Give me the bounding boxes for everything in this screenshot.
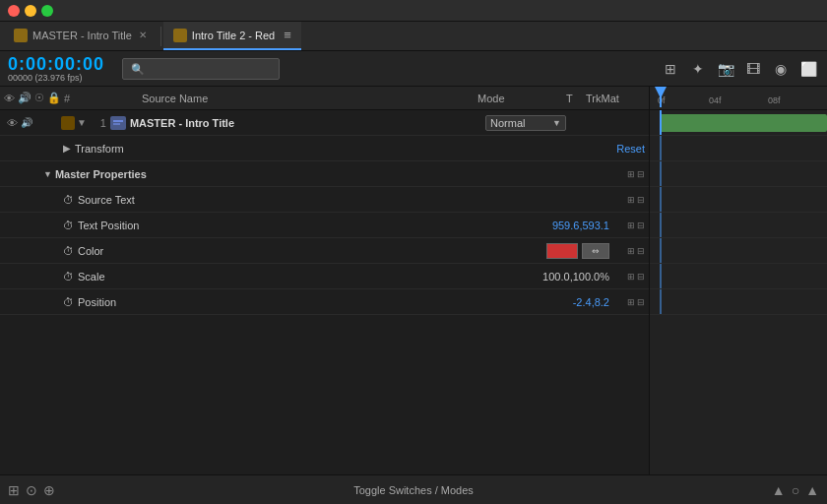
position-icon-2[interactable]: ⊟ [637, 297, 645, 307]
master-props-expand-icon[interactable]: ▼ [43, 169, 52, 179]
playhead-line [660, 87, 662, 107]
comp-icon-2 [173, 29, 187, 42]
playhead-track-line-3 [660, 161, 662, 186]
text-position-value[interactable]: 959.6,593.1 [552, 220, 609, 231]
timecode-display[interactable]: 0:00:00:00 [8, 54, 116, 75]
timeline-track-position [650, 289, 827, 315]
layer-visibility-icon[interactable]: 👁 [4, 115, 20, 131]
playhead-track-line [660, 110, 662, 135]
position-row: ⏱ Position -2.4,8.2 ⊞ ⊟ [0, 289, 649, 315]
settings-icon[interactable]: ⊕ [43, 482, 55, 498]
tab-menu-icon[interactable]: ≡ [284, 28, 291, 42]
layer-expand-arrow[interactable]: ▼ [77, 117, 87, 128]
position-icon-1[interactable]: ⊞ [627, 297, 635, 307]
color-value-group: ⇔ [546, 243, 609, 259]
text-position-stopwatch-icon[interactable]: ⏱ [63, 220, 74, 231]
scale-side-icons: ⊞ ⊟ [609, 272, 645, 282]
status-arrow-up-icon[interactable]: ▲ [772, 482, 786, 498]
master-properties-header: ▼ Master Properties ⊞ ⊟ [0, 161, 649, 187]
svg-rect-2 [113, 123, 120, 125]
text-position-icon-2[interactable]: ⊟ [637, 220, 645, 230]
expand-icon[interactable]: ⊞ [660, 58, 681, 80]
scale-stopwatch-icon[interactable]: ⏱ [63, 271, 74, 283]
crop-icon[interactable]: ⬜ [797, 58, 819, 80]
film-icon[interactable]: 🎞 [742, 58, 764, 80]
transform-label: Transform [75, 143, 608, 155]
scale-icon-1[interactable]: ⊞ [627, 272, 635, 282]
source-text-row: ⏱ Source Text ⊞ ⊟ [0, 187, 649, 213]
camera-icon[interactable]: 📷 [715, 58, 736, 80]
trkmat-header: TrkMat [586, 93, 645, 104]
toggle-switches-text[interactable]: Toggle Switches / Modes [353, 484, 474, 496]
color-label: Color [78, 245, 546, 257]
traffic-lights [8, 5, 53, 17]
box-3d-icon[interactable]: ✦ [687, 58, 709, 80]
search-input[interactable] [122, 58, 280, 80]
position-value[interactable]: -2.4,8.2 [573, 296, 609, 308]
source-text-icon-1[interactable]: ⊞ [627, 195, 635, 205]
master-props-icon-1[interactable]: ⊞ [627, 169, 635, 179]
timeline-track-scale [650, 264, 827, 289]
master-props-side-icons: ⊞ ⊟ [609, 169, 645, 179]
playhead-track-line-6 [660, 238, 662, 263]
render-icon[interactable]: ⊙ [26, 482, 37, 498]
position-label: Position [78, 296, 573, 308]
text-position-icon-1[interactable]: ⊞ [627, 220, 635, 230]
col-icon-group: 👁 🔊 ☉ 🔒 # [4, 92, 142, 104]
transform-expand-icon[interactable]: ▶ [63, 143, 71, 154]
status-bar: ⊞ ⊙ ⊕ Toggle Switches / Modes ▲ ○ ▲ [0, 474, 827, 504]
timeline-track-transform [650, 136, 827, 161]
timeline-track-master-props [650, 161, 827, 187]
timeline-track-source-text [650, 187, 827, 213]
text-position-side-icons: ⊞ ⊟ [609, 220, 645, 230]
scale-icon-2[interactable]: ⊟ [637, 272, 645, 282]
status-circle-icon[interactable]: ○ [792, 482, 799, 498]
minimize-button[interactable] [25, 5, 36, 17]
color-icon-2[interactable]: ⊟ [637, 246, 645, 256]
composition-icon[interactable]: ⊞ [8, 482, 20, 498]
color-link-icon[interactable]: ⇔ [582, 243, 609, 259]
tab-intro-title-2-red[interactable]: Intro Title 2 - Red ≡ [163, 22, 301, 50]
tab-master-intro[interactable]: MASTER - Intro Title ✕ [4, 22, 159, 50]
solo-header-icon[interactable]: ☉ [34, 92, 44, 104]
source-text-stopwatch-icon[interactable]: ⏱ [63, 194, 74, 206]
lock-header-icon[interactable]: 🔒 [47, 92, 61, 104]
playhead-track-line-7 [660, 264, 662, 288]
label-header: # [64, 93, 70, 104]
source-text-icon-2[interactable]: ⊟ [637, 195, 645, 205]
layer-shy-icon[interactable] [33, 116, 47, 130]
playhead-track-line-4 [660, 187, 662, 212]
layer-audio-icon[interactable]: 🔊 [20, 116, 33, 130]
svg-rect-1 [113, 120, 123, 122]
color-stopwatch-icon[interactable]: ⏱ [63, 245, 74, 257]
maximize-button[interactable] [41, 5, 53, 17]
layer-comp-icon [110, 116, 126, 130]
audio-header-icon[interactable]: 🔊 [18, 92, 32, 104]
scale-label: Scale [78, 271, 542, 283]
mode-header: Mode [477, 93, 566, 104]
status-arrow-down-icon[interactable]: ▲ [805, 482, 819, 498]
timeline-tracks [650, 110, 827, 315]
layer-panel: 👁 🔊 ☉ 🔒 # Source Name Mode T TrkMat 👁 🔊 … [0, 87, 650, 474]
text-position-label: Text Position [78, 220, 552, 231]
title-bar [0, 0, 827, 22]
position-stopwatch-icon[interactable]: ⏱ [63, 296, 74, 308]
layer-row[interactable]: 👁 🔊 ▼ 1 MASTER - Intro Title Normal ▼ [0, 110, 649, 136]
position-side-icons: ⊞ ⊟ [609, 297, 645, 307]
dropdown-arrow-icon: ▼ [552, 118, 561, 128]
color-swatch[interactable] [546, 243, 578, 259]
master-props-icon-2[interactable]: ⊟ [637, 169, 645, 179]
tab-close-icon[interactable]: ✕ [137, 30, 149, 40]
transform-reset-link[interactable]: Reset [616, 143, 645, 155]
mode-dropdown[interactable]: Normal ▼ [485, 115, 566, 131]
color-icon-1[interactable]: ⊞ [627, 246, 635, 256]
status-left-icons: ⊞ ⊙ ⊕ [8, 482, 55, 498]
scale-row: ⏱ Scale 100.0,100.0% ⊞ ⊟ [0, 264, 649, 289]
visibility-header-icon[interactable]: 👁 [4, 93, 15, 104]
scale-value[interactable]: 100.0,100.0% [542, 271, 609, 283]
transform-row: ▶ Transform Reset [0, 136, 649, 161]
globe-icon[interactable]: ◉ [770, 58, 792, 80]
close-button[interactable] [8, 5, 20, 17]
layer-lock-icon[interactable] [47, 116, 61, 130]
timecode-block: 0:00:00:00 00000 (23.976 fps) [8, 54, 116, 83]
